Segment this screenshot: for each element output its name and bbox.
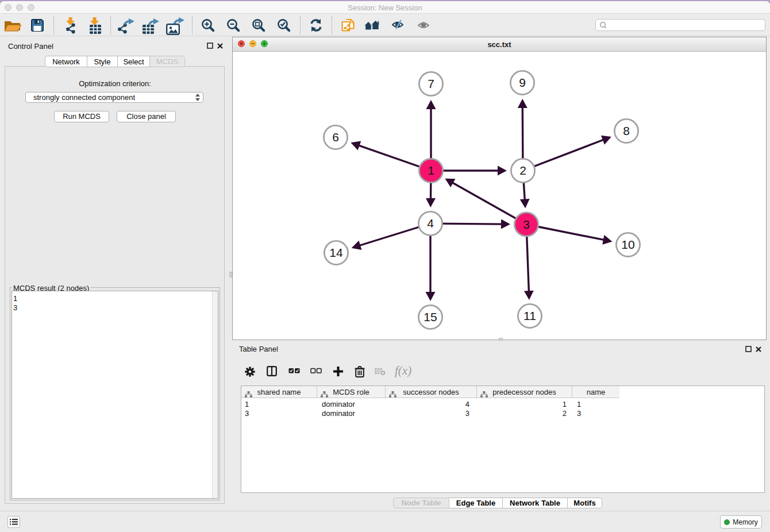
- svg-text:6: 6: [332, 130, 339, 144]
- svg-text:7: 7: [428, 77, 434, 90]
- svg-text:3: 3: [523, 218, 530, 231]
- svg-text:15: 15: [424, 310, 437, 323]
- svg-text:9: 9: [519, 76, 526, 89]
- svg-text:11: 11: [523, 309, 536, 322]
- svg-text:2: 2: [519, 164, 526, 177]
- svg-text:10: 10: [621, 238, 634, 251]
- svg-text:8: 8: [623, 124, 630, 137]
- svg-text:4: 4: [427, 217, 434, 230]
- svg-text:14: 14: [329, 246, 343, 259]
- svg-text:1: 1: [428, 164, 434, 177]
